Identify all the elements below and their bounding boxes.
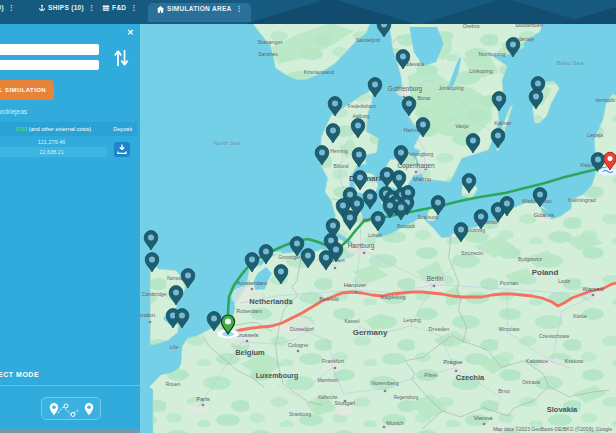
svg-text:Slovakia: Slovakia <box>547 405 578 414</box>
svg-text:Strasbourg: Strasbourg <box>289 412 312 417</box>
svg-text:Hamburg: Hamburg <box>348 242 375 250</box>
svg-text:Linkoping: Linkoping <box>469 68 493 74</box>
svg-text:Stralsund: Stralsund <box>417 214 438 220</box>
svg-text:Gdansk: Gdansk <box>534 212 556 218</box>
svg-text:Kassel: Kassel <box>344 318 359 324</box>
svg-text:Mannheim: Mannheim <box>317 378 338 383</box>
svg-text:Bydgoszcz: Bydgoszcz <box>518 256 543 262</box>
svg-text:Billund: Billund <box>333 163 348 169</box>
svg-text:Poland: Poland <box>532 268 559 277</box>
svg-text:Brno: Brno <box>498 388 510 394</box>
svg-text:Rouen: Rouen <box>166 381 181 387</box>
svg-text:Sandefjord: Sandefjord <box>356 37 380 43</box>
svg-text:Copenhagen: Copenhagen <box>397 162 435 170</box>
svg-text:Lille: Lille <box>170 344 179 350</box>
svg-text:Map data ©2023 GeoBasis-DE/BKG: Map data ©2023 GeoBasis-DE/BKG (©2009), … <box>493 426 612 432</box>
svg-text:Aalborg: Aalborg <box>352 113 369 119</box>
svg-text:Stavanger: Stavanger <box>257 39 282 45</box>
svg-text:Czechia: Czechia <box>456 373 485 382</box>
svg-text:Krakow: Krakow <box>565 358 583 364</box>
svg-text:Prague: Prague <box>443 359 463 365</box>
svg-text:Nuremberg: Nuremberg <box>371 380 399 386</box>
svg-text:Rotterdam: Rotterdam <box>236 308 262 314</box>
svg-text:Szczecin: Szczecin <box>461 250 483 256</box>
svg-text:Cologne: Cologne <box>288 342 309 348</box>
svg-text:Sandnes: Sandnes <box>258 51 278 57</box>
svg-text:Helsingborg: Helsingborg <box>407 151 434 157</box>
svg-text:Regensburg: Regensburg <box>394 395 419 400</box>
svg-text:Baltic Sea: Baltic Sea <box>556 60 584 66</box>
svg-text:Boras: Boras <box>417 95 431 101</box>
svg-text:Pilsen: Pilsen <box>424 372 438 378</box>
svg-text:Stockholm: Stockholm <box>515 24 543 28</box>
svg-text:Germany: Germany <box>353 328 388 337</box>
svg-text:London: London <box>140 312 155 318</box>
svg-text:Kiel: Kiel <box>362 218 370 223</box>
svg-text:Lodz: Lodz <box>558 278 570 284</box>
svg-text:Herning: Herning <box>330 148 348 154</box>
svg-text:Kalmar: Kalmar <box>494 120 512 126</box>
svg-text:Lubeck: Lubeck <box>368 233 383 238</box>
svg-text:Katowice: Katowice <box>526 358 548 364</box>
svg-text:Belgium: Belgium <box>235 348 265 357</box>
svg-text:Rostock: Rostock <box>397 223 416 229</box>
svg-text:Czestochowa: Czestochowa <box>539 333 569 339</box>
svg-text:Dresden: Dresden <box>429 326 450 332</box>
svg-text:Warsaw: Warsaw <box>582 286 604 292</box>
svg-text:Malmo: Malmo <box>413 176 432 182</box>
svg-text:Kaliningrad: Kaliningrad <box>568 197 596 203</box>
svg-text:Magdeburg: Magdeburg <box>380 294 406 300</box>
svg-text:Amsterdam: Amsterdam <box>237 280 268 286</box>
svg-text:Frederikshavn: Frederikshavn <box>348 104 377 109</box>
svg-text:Luxembourg: Luxembourg <box>256 372 298 380</box>
svg-text:Gothenburg: Gothenburg <box>388 85 423 93</box>
svg-text:Wroclaw: Wroclaw <box>499 326 520 332</box>
svg-text:Liepaja: Liepaja <box>587 132 603 138</box>
svg-text:Poznan: Poznan <box>500 280 519 286</box>
svg-text:Dusseldorf: Dusseldorf <box>290 326 315 332</box>
svg-text:Paris: Paris <box>196 396 210 402</box>
svg-text:Norrkoping: Norrkoping <box>479 51 506 57</box>
svg-text:Hanover: Hanover <box>344 282 367 288</box>
svg-text:Netherlands: Netherlands <box>249 297 292 306</box>
svg-text:Vaxjo: Vaxjo <box>455 123 468 129</box>
svg-text:Orebro: Orebro <box>462 24 479 29</box>
svg-text:Vienna: Vienna <box>474 415 493 421</box>
svg-text:Kristiansand: Kristiansand <box>304 69 334 75</box>
svg-text:Ventspils: Ventspils <box>595 97 616 103</box>
svg-text:Cambridge: Cambridge <box>142 291 167 297</box>
svg-text:Ostrava: Ostrava <box>522 379 540 385</box>
svg-text:Berlin: Berlin <box>427 275 444 282</box>
svg-text:Leipzig: Leipzig <box>403 317 420 323</box>
svg-text:Bielefeld: Bielefeld <box>319 296 338 302</box>
svg-text:Frankfurt: Frankfurt <box>322 358 344 364</box>
svg-text:Groningen: Groningen <box>278 254 302 260</box>
svg-text:Kielce: Kielce <box>573 313 587 319</box>
svg-text:Munich: Munich <box>386 420 404 426</box>
svg-text:Jonkoping: Jonkoping <box>438 85 463 91</box>
svg-text:North Sea: North Sea <box>213 140 241 146</box>
